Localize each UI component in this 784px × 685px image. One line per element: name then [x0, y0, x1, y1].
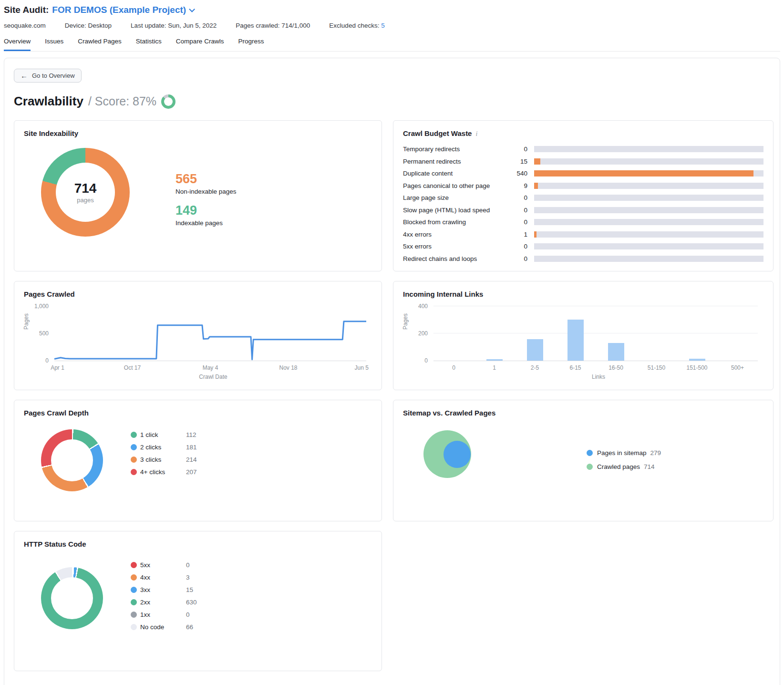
legend-value: 0: [186, 561, 197, 569]
waste-row-bar: [534, 195, 763, 201]
meta-pages-crawled: Pages crawled: 714/1,000: [236, 22, 310, 29]
legend-dot: [131, 599, 137, 605]
waste-row-label: Large page size: [403, 194, 501, 201]
bar: [527, 339, 543, 361]
chevron-down-icon: [189, 6, 195, 12]
tab-progress[interactable]: Progress: [238, 38, 264, 51]
legend-label: 5xx: [140, 561, 186, 569]
non-indexable-label: Non-indexable pages: [175, 188, 237, 195]
x-tick: 2-5: [515, 364, 555, 371]
x-tick: 51-150: [636, 364, 677, 371]
legend-dot: [131, 469, 137, 475]
legend-dot: [587, 464, 593, 470]
non-indexable-value: 565: [175, 172, 237, 187]
meta-device: Device: Desktop: [65, 22, 112, 29]
bar-column: [677, 306, 717, 361]
waste-row-label: 5xx errors: [403, 243, 501, 250]
legend-label: Pages in sitemap: [597, 449, 647, 457]
waste-row-label: Blocked from crawling: [403, 218, 501, 226]
indexable-value: 149: [175, 203, 237, 218]
site-indexability-donut-chart: 714 pages: [41, 148, 130, 237]
legend-label: 2xx: [140, 599, 186, 606]
legend-value: 66: [186, 623, 197, 631]
waste-row-value: 0: [507, 218, 527, 226]
x-tick: Jun 5: [355, 364, 369, 371]
waste-row-label: 4xx errors: [403, 231, 501, 238]
legend-value: 181: [186, 444, 197, 451]
info-icon[interactable]: i: [475, 130, 477, 137]
legend-item: Pages in sitemap 279: [587, 449, 661, 457]
tab-issues[interactable]: Issues: [45, 38, 63, 51]
x-axis-label: Links: [433, 374, 763, 380]
waste-row-label: Pages canonical to other page: [403, 182, 501, 189]
bar: [486, 359, 503, 360]
project-name: FOR DEMOS (Example Project): [52, 5, 186, 15]
bar-column: [433, 306, 474, 361]
y-tick: 400: [403, 303, 428, 310]
x-tick: 500+: [717, 364, 758, 371]
card-title: Incoming Internal Links: [403, 290, 763, 298]
project-selector[interactable]: FOR DEMOS (Example Project): [52, 5, 193, 15]
legend-dot: [131, 562, 137, 568]
bar: [689, 359, 705, 360]
card-http-status-code: HTTP Status Code 5xx04xx33xx152xx6301xx0…: [14, 531, 382, 671]
legend-value: 279: [650, 449, 661, 457]
score-label: / Score: 87%: [88, 94, 156, 108]
waste-row-label: Temporary redirects: [403, 145, 501, 153]
pages-crawled-line-chart: Pages 1,000 500 0 Apr 1Oct 17May 4Nov 18…: [24, 306, 372, 381]
x-tick: 16-50: [596, 364, 636, 371]
legend-dot: [131, 457, 137, 463]
bar-column: [555, 306, 596, 361]
tab-crawled-pages[interactable]: Crawled Pages: [78, 38, 122, 51]
waste-row-value: 0: [507, 255, 527, 262]
main-panel: ← Go to Overview Crawlability / Score: 8…: [4, 58, 780, 685]
card-incoming-internal-links: Incoming Internal Links Pages 400 200 0 …: [393, 281, 774, 390]
y-axis-label: Pages: [23, 313, 30, 329]
legend-label: 3 clicks: [140, 456, 186, 463]
card-title: HTTP Status Code: [24, 540, 372, 548]
waste-row-label: Slow page (HTML) load speed: [403, 207, 501, 214]
excluded-checks-label: Excluded checks:: [329, 22, 381, 29]
card-title: Pages Crawl Depth: [24, 409, 372, 417]
go-to-overview-button[interactable]: ← Go to Overview: [14, 69, 82, 83]
tab-statistics[interactable]: Statistics: [136, 38, 162, 51]
y-tick: 0: [403, 357, 428, 364]
waste-row-value: 0: [507, 243, 527, 250]
waste-row-value: 0: [507, 207, 527, 214]
pages-in-sitemap-circle: [444, 441, 471, 468]
tab-overview[interactable]: Overview: [4, 38, 31, 51]
waste-row-label: Permanent redirects: [403, 158, 501, 165]
score-ring-chart: [161, 94, 175, 109]
legend-value: 3: [186, 574, 197, 581]
http-status-donut-chart: [41, 567, 103, 629]
back-arrow-icon: ←: [21, 72, 28, 79]
card-crawl-budget-waste: Crawl Budget Wastei Temporary redirects0…: [393, 120, 774, 271]
crawl-budget-waste-list: Temporary redirects0Permanent redirects1…: [403, 145, 763, 262]
waste-row-bar: [534, 207, 763, 213]
x-tick: 151-500: [677, 364, 717, 371]
x-axis-label: Crawl Date: [54, 374, 372, 380]
legend-label: No code: [140, 623, 186, 631]
waste-row-bar: [534, 183, 763, 189]
crawl-depth-legend: 1 click1122 clicks1813 clicks2144+ click…: [131, 431, 197, 476]
bar-column: [515, 306, 555, 361]
x-tick: Oct 17: [124, 364, 141, 371]
x-tick: 6-15: [555, 364, 596, 371]
waste-row-bar: [534, 219, 763, 225]
meta-domain: seoquake.com: [4, 22, 46, 29]
y-axis-label: Pages: [402, 313, 409, 329]
waste-row-bar: [534, 231, 763, 238]
legend-item: Crawled pages 714: [587, 463, 661, 470]
card-title: Site Indexability: [24, 129, 372, 137]
tab-compare-crawls[interactable]: Compare Crawls: [176, 38, 224, 51]
bar-column: [717, 306, 758, 361]
x-axis-line: [433, 361, 758, 361]
waste-row-label: Duplicate content: [403, 170, 501, 177]
legend-value: 714: [644, 463, 655, 470]
excluded-checks-link[interactable]: 5: [381, 22, 385, 29]
legend-dot: [131, 587, 137, 593]
legend-dot: [131, 444, 137, 450]
page-title: Crawlability: [14, 94, 83, 109]
waste-row-value: 540: [507, 170, 527, 177]
total-pages-value: 714: [74, 181, 97, 196]
